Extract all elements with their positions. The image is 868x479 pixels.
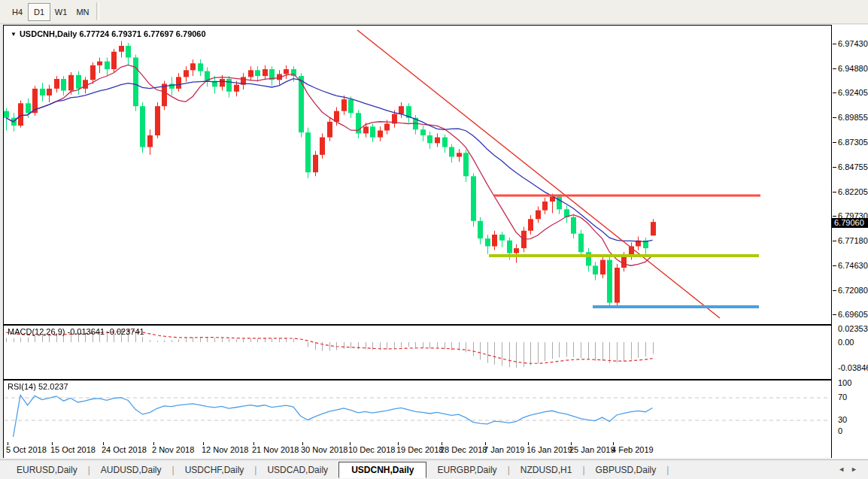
timeframe-button-d1[interactable]: D1 — [28, 3, 50, 21]
symbol-tab-bar: EURUSD,Daily|AUDUSD,Daily|USDCHF,Daily|U… — [0, 459, 868, 479]
symbol-tab-audusd[interactable]: AUDUSD,Daily — [90, 462, 172, 477]
macd-label: MACD(12,26,9) -0.013641 -0.023741 — [8, 327, 144, 336]
price-axis-tick: 6.94880 — [838, 64, 868, 73]
price-axis-tick: 6.92405 — [838, 88, 868, 97]
scroll-left-icon[interactable]: ◄ — [838, 465, 851, 473]
date-axis[interactable]: 5 Oct 201815 Oct 201824 Oct 20182 Nov 20… — [3, 442, 832, 458]
rsi-name: RSI(14) — [8, 382, 36, 391]
rsi-axis-tick: 70 — [838, 393, 847, 402]
chevron-down-icon[interactable]: ▼ — [11, 31, 17, 38]
date-axis-label: 16 Jan 2019 — [527, 445, 572, 454]
symbol-tab-eurgbp[interactable]: EURGBP,Daily — [426, 462, 507, 477]
date-axis-label: 2 Nov 2018 — [152, 445, 194, 454]
date-axis-label: 25 Jan 2019 — [569, 445, 615, 454]
rsi-axis-tick: 100 — [838, 378, 851, 387]
timeframe-toolbar: H4 D1 W1 MN — [0, 0, 868, 24]
rsi-axis-tick: 0 — [838, 426, 842, 435]
symbol-tab-gbpusd[interactable]: GBPUSD,Daily — [585, 462, 667, 477]
price-axis-tick: 6.69605 — [838, 310, 868, 319]
symbol-tab-usdcad[interactable]: USDCAD,Daily — [256, 462, 338, 477]
price-axis-tick: 6.84755 — [838, 162, 868, 171]
symbol-tab-nzdusd[interactable]: NZDUSD,H1 — [510, 462, 583, 477]
chart-title-text: USDCNH,Daily 6.77724 6.79371 6.77697 6.7… — [20, 29, 206, 38]
scroll-right-icon[interactable]: ► — [851, 465, 863, 473]
price-axis[interactable]: 6.696056.720806.746306.771806.797306.822… — [832, 25, 868, 459]
macd-axis-tick: 0.00 — [838, 338, 854, 347]
macd-values: -0.013641 -0.023741 — [67, 327, 144, 336]
date-axis-label: 24 Oct 2018 — [102, 445, 147, 454]
tab-scroll-arrows[interactable]: ◄► — [838, 465, 863, 473]
current-price-label: 6.79060 — [832, 218, 868, 228]
toolbar-separator — [96, 2, 99, 20]
date-axis-label: 28 Dec 2018 — [440, 445, 487, 454]
price-axis-tick: 6.77180 — [838, 236, 868, 245]
macd-name: MACD(12,26,9) — [8, 327, 65, 336]
symbol-tab-eurusd[interactable]: EURUSD,Daily — [6, 462, 88, 477]
price-axis-tick: 6.97430 — [838, 39, 868, 48]
price-chart-panel[interactable]: ▼USDCNH,Daily 6.77724 6.79371 6.77697 6.… — [3, 25, 832, 325]
date-axis-label: 5 Oct 2018 — [6, 445, 47, 454]
timeframe-button-mn[interactable]: MN — [71, 3, 94, 21]
price-axis-tick: 6.89855 — [838, 113, 868, 122]
trading-terminal-window: H4 D1 W1 MN ▼USDCNH,Daily 6.77724 6.7937… — [0, 0, 868, 479]
chart-title: ▼USDCNH,Daily 6.77724 6.79371 6.77697 6.… — [11, 29, 206, 38]
rsi-canvas — [4, 380, 830, 441]
rsi-indicator-panel[interactable]: RSI(14) 52.0237 — [3, 380, 832, 443]
symbol-tab-usdchf[interactable]: USDCHF,Daily — [175, 462, 255, 477]
date-axis-label: 4 Feb 2019 — [612, 445, 654, 454]
rsi-axis-tick: 30 — [838, 415, 847, 424]
rsi-label: RSI(14) 52.0237 — [8, 382, 68, 391]
date-axis-label: 30 Nov 2018 — [301, 445, 348, 454]
macd-axis-tick: -0.038466 — [838, 363, 868, 372]
timeframe-button-w1[interactable]: W1 — [50, 3, 72, 21]
date-axis-label: 21 Nov 2018 — [252, 445, 299, 454]
timeframe-button-h4[interactable]: H4 — [6, 3, 29, 21]
date-axis-label: 19 Dec 2018 — [396, 445, 443, 454]
date-axis-label: 7 Jan 2019 — [484, 445, 524, 454]
price-axis-tick: 6.72080 — [838, 286, 868, 295]
date-axis-label: 10 Dec 2018 — [348, 445, 395, 454]
price-axis-tick: 6.82205 — [838, 187, 868, 196]
macd-indicator-panel[interactable]: MACD(12,26,9) -0.013641 -0.023741 — [3, 325, 832, 380]
date-axis-label: 15 Oct 2018 — [50, 445, 96, 454]
macd-axis-tick: 0.023534 — [838, 324, 868, 333]
date-axis-label: 12 Nov 2018 — [202, 445, 248, 454]
candlestick-chart-canvas[interactable] — [4, 26, 830, 323]
tab-separator: | — [666, 465, 669, 475]
price-axis-tick: 6.87305 — [838, 138, 868, 147]
price-axis-tick: 6.74630 — [838, 261, 868, 270]
rsi-value: 52.0237 — [38, 382, 68, 391]
symbol-tab-usdcnh[interactable]: USDCNH,Daily — [338, 462, 426, 478]
